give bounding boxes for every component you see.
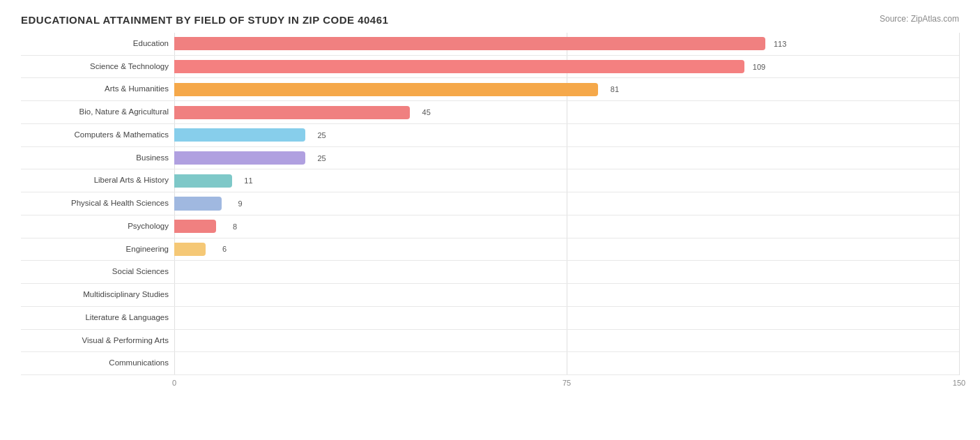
bar-label: Computers & Mathematics — [21, 130, 174, 140]
bar-value-label: 8 — [233, 222, 237, 231]
bar-row: Arts & Humanities81 — [21, 78, 959, 101]
bar-track: 25 — [174, 124, 959, 146]
bar-label: Communications — [21, 358, 174, 368]
bar-row: Computers & Mathematics25 — [21, 124, 959, 147]
bar-label: Engineering — [21, 245, 174, 255]
bar-fill: 8 — [174, 220, 216, 233]
bar-track — [174, 307, 959, 329]
bar-row: Literature & Languages — [21, 307, 959, 330]
bar-row: Visual & Performing Arts — [21, 330, 959, 353]
bar-fill: 113 — [174, 37, 765, 50]
bar-value-label: 81 — [611, 85, 619, 93]
x-axis: 075150 — [174, 375, 959, 396]
bar-row: Liberal Arts & History11 — [21, 169, 959, 192]
chart-source: Source: ZipAtlas.com — [880, 14, 959, 24]
bar-label: Visual & Performing Arts — [21, 336, 174, 346]
bar-track: 11 — [174, 169, 959, 192]
bar-track: 9 — [174, 192, 959, 215]
chart-area: Education113Science & Technology109Arts … — [21, 33, 959, 396]
bar-track — [174, 284, 959, 306]
bar-track — [174, 352, 959, 374]
bar-fill: 45 — [174, 106, 410, 119]
bar-fill: 25 — [174, 128, 305, 142]
x-axis-tick: 75 — [562, 379, 571, 387]
bars-section: Education113Science & Technology109Arts … — [21, 33, 959, 375]
x-axis-tick: 0 — [172, 379, 176, 387]
bar-track — [174, 330, 959, 352]
bar-track: 6 — [174, 238, 959, 261]
bar-label: Social Sciences — [21, 267, 174, 277]
bar-value-label: 25 — [317, 154, 326, 162]
bar-label: Physical & Health Sciences — [21, 199, 174, 208]
bar-row: Multidisciplinary Studies — [21, 284, 959, 307]
bar-value-label: 9 — [238, 199, 242, 208]
bar-fill: 25 — [174, 151, 305, 165]
bar-label: Multidisciplinary Studies — [21, 290, 174, 300]
bar-fill: 6 — [174, 243, 206, 256]
x-axis-tick: 150 — [953, 379, 965, 387]
bar-row: Physical & Health Sciences9 — [21, 192, 959, 215]
bar-label: Education — [21, 39, 174, 49]
bar-fill: 9 — [174, 197, 222, 210]
bar-track: 45 — [174, 101, 959, 123]
bar-row: Business25 — [21, 147, 959, 170]
bar-label: Science & Technology — [21, 62, 174, 72]
bar-value-label: 25 — [317, 131, 326, 139]
bar-value-label: 11 — [244, 176, 252, 185]
bar-value-label: 113 — [774, 40, 786, 48]
bar-label: Psychology — [21, 222, 174, 232]
bar-fill: 109 — [174, 60, 744, 73]
bar-label: Bio, Nature & Agricultural — [21, 107, 174, 117]
bar-row: Social Sciences — [21, 261, 959, 284]
bar-label: Business — [21, 153, 174, 163]
bar-label: Liberal Arts & History — [21, 176, 174, 185]
bar-row: Engineering6 — [21, 238, 959, 261]
chart-title: EDUCATIONAL ATTAINMENT BY FIELD OF STUDY… — [21, 14, 959, 26]
bar-value-label: 45 — [422, 108, 431, 116]
bar-value-label: 109 — [753, 63, 765, 71]
bar-value-label: 6 — [222, 245, 227, 253]
chart-container: EDUCATIONAL ATTAINMENT BY FIELD OF STUDY… — [0, 0, 980, 440]
bar-row: Science & Technology109 — [21, 56, 959, 79]
bar-fill: 81 — [174, 83, 598, 96]
bar-track: 25 — [174, 147, 959, 169]
bar-track: 8 — [174, 215, 959, 238]
bar-track — [174, 261, 959, 283]
grid-line — [959, 33, 960, 375]
bar-label: Arts & Humanities — [21, 84, 174, 94]
bar-track: 81 — [174, 78, 959, 100]
bar-row: Education113 — [21, 33, 959, 56]
bar-track: 113 — [174, 33, 959, 55]
bar-label: Literature & Languages — [21, 313, 174, 323]
bar-track: 109 — [174, 56, 959, 78]
bar-row: Psychology8 — [21, 215, 959, 238]
bar-fill: 11 — [174, 174, 232, 188]
bar-row: Communications — [21, 352, 959, 375]
bar-row: Bio, Nature & Agricultural45 — [21, 101, 959, 124]
